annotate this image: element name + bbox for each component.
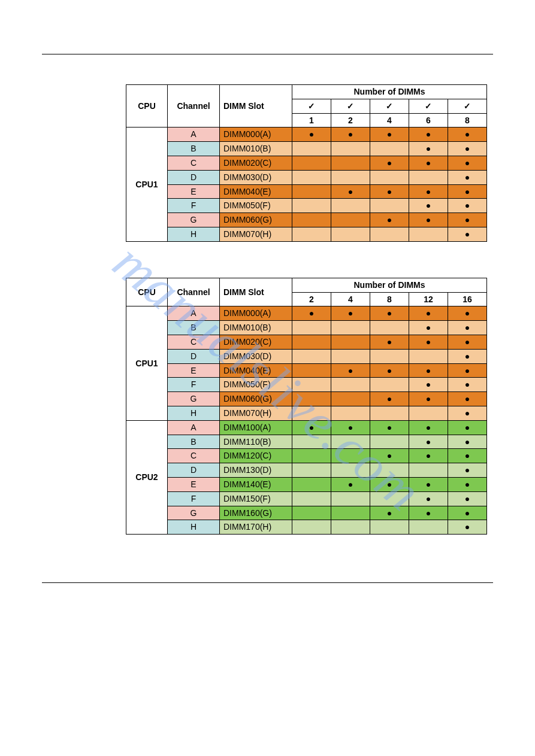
dimm-cell <box>292 520 331 535</box>
dimm-cell: ● <box>448 170 487 184</box>
dimm-cell <box>331 520 370 535</box>
channel-cell: B <box>168 435 220 449</box>
channel-cell: E <box>168 477 220 491</box>
dimm-cell: ● <box>370 506 409 520</box>
dimm-cell <box>331 170 370 184</box>
dimm-cell <box>331 435 370 449</box>
channel-cell: E <box>168 184 220 199</box>
th-dimmslot: DIMM Slot <box>220 85 292 127</box>
dimm-cell <box>370 435 409 449</box>
dimm-cell <box>331 491 370 506</box>
channel-cell: B <box>168 321 220 335</box>
dimm-table-1: CPU Channel DIMM Slot Number of DIMMs ✓✓… <box>126 84 487 242</box>
dimm-cell: ● <box>409 363 448 378</box>
cpu-cell: CPU2 <box>126 420 168 534</box>
th-count: 4 <box>331 292 370 306</box>
dimm-cell: ● <box>370 363 409 378</box>
dimm-cell: ● <box>409 156 448 170</box>
dimm-cell <box>292 349 331 363</box>
slot-cell: DIMM140(E) <box>220 477 292 491</box>
slot-cell: DIMM030(D) <box>220 349 292 363</box>
dimm-cell <box>370 142 409 156</box>
dimm-cell <box>292 156 331 170</box>
dimm-cell: ● <box>409 491 448 506</box>
slot-cell: DIMM110(B) <box>220 435 292 449</box>
slot-cell: DIMM020(C) <box>220 156 292 170</box>
dimm-cell: ● <box>409 435 448 449</box>
dimm-cell <box>331 321 370 335</box>
th-numdimms: Number of DIMMs <box>292 278 487 292</box>
dimm-cell <box>331 392 370 406</box>
table-row: GDIMM060(G)●●● <box>126 392 487 406</box>
dimm-cell <box>331 142 370 156</box>
dimm-cell <box>370 227 409 241</box>
dimm-cell: ● <box>448 449 487 463</box>
dimm-cell: ● <box>409 392 448 406</box>
slot-cell: DIMM160(G) <box>220 506 292 520</box>
dimm-cell: ● <box>370 306 409 321</box>
slot-cell: DIMM060(G) <box>220 392 292 406</box>
dimm-cell <box>409 170 448 184</box>
th-channel: Channel <box>168 278 220 306</box>
slot-cell: DIMM120(C) <box>220 449 292 463</box>
th-channel: Channel <box>168 85 220 127</box>
slot-cell: DIMM040(E) <box>220 184 292 199</box>
dimm-cell: ● <box>292 306 331 321</box>
table-row: BDIMM010(B)●● <box>126 321 487 335</box>
channel-cell: C <box>168 156 220 170</box>
th-check: ✓ <box>448 99 487 113</box>
slot-cell: DIMM150(F) <box>220 491 292 506</box>
dimm-cell <box>331 156 370 170</box>
dimm-cell: ● <box>448 335 487 349</box>
dimm-cell: ● <box>409 127 448 142</box>
table-row: GDIMM060(G)●●● <box>126 213 487 227</box>
dimm-cell: ● <box>409 378 448 392</box>
slot-cell: DIMM040(E) <box>220 363 292 378</box>
slot-cell: DIMM130(D) <box>220 463 292 478</box>
slot-cell: DIMM020(C) <box>220 335 292 349</box>
dimm-cell: ● <box>370 335 409 349</box>
dimm-cell <box>409 227 448 241</box>
dimm-cell: ● <box>448 506 487 520</box>
dimm-cell: ● <box>331 420 370 435</box>
table-row: BDIMM110(B)●● <box>126 435 487 449</box>
table-row: CPU2ADIMM100(A)●●●●● <box>126 420 487 435</box>
dimm-cell: ● <box>448 227 487 241</box>
dimm-cell <box>331 349 370 363</box>
channel-cell: A <box>168 306 220 321</box>
dimm-cell <box>292 213 331 227</box>
th-count: 16 <box>448 292 487 306</box>
dimm-cell: ● <box>448 392 487 406</box>
channel-cell: F <box>168 491 220 506</box>
channel-cell: H <box>168 520 220 535</box>
th-cpu: CPU <box>126 278 168 306</box>
channel-cell: C <box>168 449 220 463</box>
dimm-cell: ● <box>409 306 448 321</box>
dimm-cell <box>409 463 448 478</box>
table-row: BDIMM010(B)●● <box>126 142 487 156</box>
top-rule <box>42 54 493 54</box>
dimm-cell <box>331 463 370 478</box>
channel-cell: G <box>168 506 220 520</box>
dimm-cell <box>292 321 331 335</box>
channel-cell: G <box>168 392 220 406</box>
dimm-cell: ● <box>448 463 487 478</box>
dimm-cell: ● <box>448 213 487 227</box>
dimm-cell: ● <box>448 199 487 213</box>
cpu-cell: CPU1 <box>126 306 168 420</box>
dimm-cell <box>331 406 370 420</box>
channel-cell: C <box>168 335 220 349</box>
dimm-cell: ● <box>370 392 409 406</box>
dimm-cell: ● <box>409 321 448 335</box>
table-row: EDIMM040(E)●●●● <box>126 363 487 378</box>
table-row: DDIMM130(D)● <box>126 463 487 478</box>
dimm-cell <box>292 170 331 184</box>
dimm-cell: ● <box>448 184 487 199</box>
dimm-cell: ● <box>409 213 448 227</box>
table-row: GDIMM160(G)●●● <box>126 506 487 520</box>
dimm-cell <box>292 406 331 420</box>
dimm-cell <box>370 463 409 478</box>
slot-cell: DIMM010(B) <box>220 142 292 156</box>
th-check: ✓ <box>370 99 409 113</box>
th-count: 2 <box>331 113 370 127</box>
